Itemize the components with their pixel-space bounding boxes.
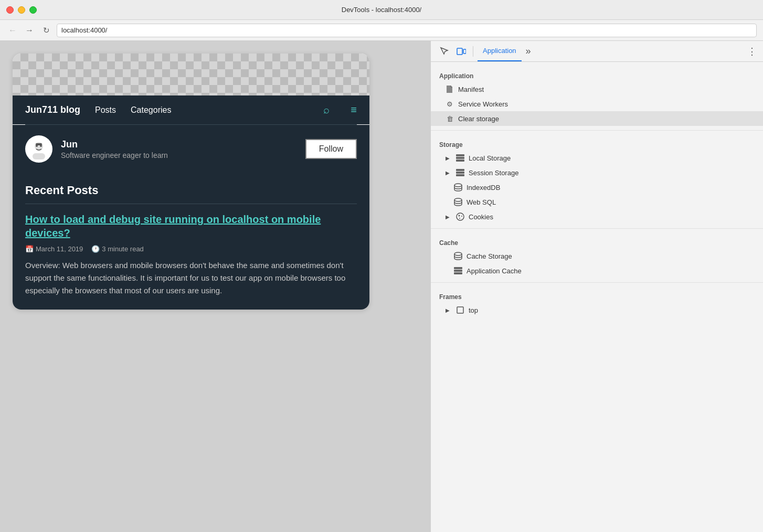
title-bar: DevTools - localhost:4000/ (0, 0, 763, 20)
indexeddb-icon (454, 183, 462, 191)
minimize-button[interactable] (18, 6, 25, 14)
svg-rect-7 (463, 49, 466, 54)
sidebar-item-application-cache[interactable]: Application Cache (431, 263, 763, 278)
device-toggle-button[interactable] (454, 44, 469, 59)
svg-rect-8 (456, 154, 464, 156)
manifest-icon (446, 85, 454, 93)
svg-rect-23 (454, 272, 462, 274)
devtools-toolbar: Application » ⋮ (431, 41, 763, 62)
svg-point-18 (461, 216, 462, 217)
svg-rect-2 (33, 153, 45, 159)
divider-1 (431, 130, 763, 131)
sidebar-item-top-frame[interactable]: ▶ top (431, 303, 763, 317)
main-area: Jun711 blog Posts Categories ⌕ ≡ (0, 41, 763, 532)
back-button[interactable]: ← (6, 24, 19, 37)
post-title-link[interactable]: How to load and debug site running on lo… (25, 212, 357, 240)
blog-nav-posts[interactable]: Posts (95, 105, 116, 115)
back-icon: ← (8, 26, 17, 35)
posts-section: Recent Posts How to load and debug site … (13, 173, 369, 310)
devtools-sidebar: Application Manifest ⚙ Service Workers 🗑… (431, 62, 763, 532)
divider-2 (431, 228, 763, 229)
divider-3 (431, 282, 763, 283)
frame-icon (456, 306, 464, 314)
avatar (25, 135, 52, 163)
svg-rect-13 (456, 174, 464, 176)
svg-rect-5 (36, 143, 42, 145)
devtools-menu-button[interactable]: ⋮ (747, 46, 757, 57)
toolbar-separator (473, 46, 473, 57)
device-icon (457, 47, 466, 56)
tab-application[interactable]: Application (478, 41, 522, 61)
blog-brand: Jun711 blog (25, 104, 80, 115)
refresh-button[interactable]: ↻ (40, 24, 52, 37)
blog-nav: Jun711 blog Posts Categories ⌕ ≡ (13, 95, 369, 124)
browser-viewport: Jun711 blog Posts Categories ⌕ ≡ (0, 41, 430, 532)
refresh-icon: ↻ (43, 26, 50, 35)
sidebar-item-session-storage[interactable]: ▶ Session Storage (431, 165, 763, 180)
profile-bio: Software engineer eager to learn (61, 151, 297, 159)
forward-button[interactable]: → (23, 24, 36, 37)
application-cache-icon (454, 267, 462, 275)
profile-info: Jun Software engineer eager to learn (61, 139, 297, 159)
hamburger-icon[interactable]: ≡ (351, 104, 357, 116)
svg-rect-10 (456, 159, 464, 162)
inspect-icon (440, 47, 449, 56)
sidebar-item-service-workers[interactable]: ⚙ Service Workers (431, 97, 763, 111)
svg-point-15 (454, 198, 462, 201)
local-storage-icon (456, 154, 464, 162)
svg-point-14 (454, 184, 462, 187)
expand-arrow-top: ▶ (446, 307, 452, 313)
expand-arrow-session-storage: ▶ (446, 170, 452, 176)
post-meta: 📅 March 11, 2019 🕐 3 minute read (25, 245, 357, 253)
browser-chrome: ← → ↻ (0, 20, 763, 41)
cache-storage-icon (454, 252, 462, 260)
svg-rect-21 (454, 267, 462, 269)
section-label-storage: Storage (431, 135, 763, 151)
inspect-element-button[interactable] (437, 44, 452, 59)
avatar-image (28, 139, 49, 159)
svg-point-19 (459, 218, 460, 219)
maximize-button[interactable] (29, 6, 37, 14)
close-button[interactable] (6, 6, 14, 14)
svg-rect-12 (456, 172, 464, 174)
sidebar-item-manifest[interactable]: Manifest (431, 82, 763, 97)
sidebar-item-web-sql[interactable]: Web SQL (431, 195, 763, 209)
address-bar[interactable] (57, 24, 757, 37)
clock-icon: 🕐 (91, 245, 100, 253)
trash-icon: 🗑 (446, 114, 454, 123)
mobile-frame: Jun711 blog Posts Categories ⌕ ≡ (13, 54, 369, 310)
svg-rect-9 (456, 157, 464, 159)
post-date: 📅 March 11, 2019 (25, 245, 83, 253)
sidebar-item-cookies[interactable]: ▶ Cookies (431, 209, 763, 224)
svg-point-16 (457, 213, 464, 220)
svg-point-17 (459, 215, 460, 217)
svg-rect-11 (456, 169, 464, 171)
sidebar-item-clear-storage[interactable]: 🗑 Clear storage (431, 111, 763, 126)
section-label-frames: Frames (431, 287, 763, 303)
blog-nav-categories[interactable]: Categories (131, 105, 171, 115)
session-storage-icon (456, 168, 464, 177)
traffic-lights (6, 6, 37, 14)
sidebar-item-indexeddb[interactable]: IndexedDB (431, 180, 763, 195)
more-tabs-button[interactable]: » (524, 46, 533, 57)
sidebar-item-local-storage[interactable]: ▶ Local Storage (431, 151, 763, 165)
blog-header-image (13, 54, 369, 95)
sidebar-item-cache-storage[interactable]: Cache Storage (431, 249, 763, 263)
svg-point-20 (454, 252, 462, 256)
posts-divider (25, 204, 357, 204)
svg-rect-22 (454, 270, 462, 272)
section-label-application: Application (431, 66, 763, 82)
calendar-icon: 📅 (25, 245, 34, 253)
svg-rect-6 (457, 48, 462, 55)
profile-name: Jun (61, 139, 297, 150)
section-label-cache: Cache (431, 233, 763, 249)
devtools-panel: Application » ⋮ Application Manifest ⚙ S… (430, 41, 763, 532)
web-sql-icon (454, 198, 462, 206)
gear-icon: ⚙ (446, 100, 454, 108)
follow-button[interactable]: Follow (305, 139, 357, 159)
expand-arrow-cookies: ▶ (446, 214, 452, 220)
search-icon[interactable]: ⌕ (323, 104, 330, 116)
post-read-time: 🕐 3 minute read (91, 245, 144, 253)
expand-arrow-local-storage: ▶ (446, 155, 452, 161)
svg-rect-24 (457, 307, 463, 313)
